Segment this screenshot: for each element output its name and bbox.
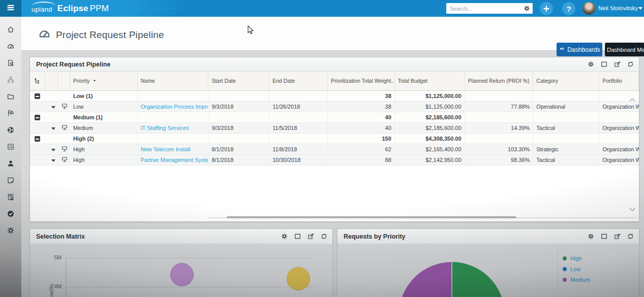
row-cell: Operational [533, 102, 599, 112]
row-cell: $2,185,600.00 [395, 112, 465, 122]
avatar[interactable] [582, 2, 595, 15]
pipeline-row[interactable]: HighNew Telecom Install8/1/201811/8/2018… [30, 144, 639, 155]
row-cell: High [70, 155, 138, 165]
help-button[interactable]: ? [562, 2, 575, 15]
row-cell [138, 112, 209, 122]
sidebar-item-gear[interactable] [7, 226, 15, 235]
sidebar-item-flags[interactable] [7, 109, 15, 117]
user-menu[interactable]: Neil Stolovitsky [598, 5, 638, 11]
matrix-bubble-0[interactable] [170, 263, 194, 286]
selection-matrix-panel: Selection Matrix 5M 4M Benefits [29, 228, 333, 297]
sidebar-item-dashboard-gauge[interactable] [7, 42, 15, 50]
panel-toolbar [281, 229, 327, 244]
sidebar-item-sitemap[interactable] [7, 76, 15, 84]
request-link[interactable]: Organization Process Improvem... [141, 104, 209, 110]
column-header-name[interactable]: Name [138, 72, 209, 90]
request-link[interactable]: IT Staffing Services [141, 125, 189, 131]
sidebar-item-reports[interactable] [7, 193, 15, 201]
pipeline-group-row[interactable]: Medium (1)40$2,185,600.00 [30, 112, 639, 123]
row-cell [465, 91, 534, 101]
edit-icon[interactable] [614, 233, 621, 240]
hierarchy-toggle[interactable] [30, 72, 45, 90]
column-header-priority[interactable]: Priority [70, 72, 138, 90]
row-cell: 150 [328, 134, 395, 144]
row-expand-caret[interactable] [51, 127, 55, 130]
edit-icon[interactable] [614, 61, 621, 68]
row-expand-caret[interactable] [51, 149, 55, 151]
row-cell: Medium (1) [70, 112, 138, 122]
refresh-icon[interactable] [321, 233, 327, 240]
matrix-bubble-1[interactable] [287, 267, 310, 290]
column-header-start-date[interactable]: Start Date [208, 72, 269, 90]
settings-icon[interactable] [588, 233, 594, 240]
legend-item-low[interactable]: Low [563, 263, 590, 274]
row-cell [30, 123, 45, 133]
row-cell: Medium [70, 123, 138, 133]
row-cell [30, 134, 45, 144]
legend-dot-icon [563, 256, 567, 260]
page-header: Project Request Pipeline Dashboards Dash… [21, 17, 644, 51]
sidebar-item-home[interactable] [7, 25, 15, 34]
row-cell [269, 112, 328, 122]
column-header-category[interactable]: Category [533, 72, 599, 90]
dashboard-menu-button[interactable]: Dashboard Menu [605, 43, 644, 56]
dashboards-button[interactable]: Dashboards [557, 43, 602, 56]
title-gauge-icon [38, 27, 56, 42]
sidebar-item-project-request[interactable] [7, 59, 15, 67]
collapse-group-button[interactable] [35, 136, 40, 142]
request-link[interactable]: New Telecom Install [141, 146, 191, 152]
legend-item-medium[interactable]: Medium [563, 274, 590, 285]
column-header-planned-return-proi[interactable]: Planned Return (PROI %) [465, 72, 534, 90]
column-header-prioritization-total-weight[interactable]: Prioritization Total Weight... [328, 72, 395, 90]
pipeline-row[interactable]: HighPartner Management System8/1/201810/… [30, 155, 639, 166]
pipeline-row[interactable]: LowOrganization Process Improvem...9/3/2… [30, 102, 639, 112]
search-input[interactable] [450, 6, 524, 12]
mouse-cursor [248, 25, 254, 37]
column-header-total-budget[interactable]: Total Budget [395, 72, 465, 90]
maximize-icon[interactable] [294, 233, 301, 240]
request-link[interactable]: Partner Management System [141, 157, 209, 163]
pipeline-panel: Project Request Pipeline PriorityNameSta… [29, 57, 639, 222]
row-cell [30, 144, 45, 154]
sidebar-item-check-circle[interactable] [7, 210, 15, 218]
search-settings-icon[interactable] [524, 5, 530, 12]
legend-label: Low [570, 266, 580, 272]
edit-icon[interactable] [308, 233, 314, 240]
sidebar-item-user[interactable] [7, 159, 15, 168]
scrollbar-thumb[interactable] [227, 216, 516, 218]
refresh-icon[interactable] [627, 61, 634, 68]
pipeline-group-row[interactable]: Low (1)38$1,125,000.00 [30, 91, 639, 102]
scroll-up-button[interactable] [629, 97, 636, 102]
column-header-portfolio[interactable]: Portfolio [599, 72, 639, 90]
add-button[interactable] [540, 2, 553, 15]
refresh-icon[interactable] [627, 233, 634, 240]
sidebar-item-wheel[interactable] [7, 126, 15, 134]
row-cell [30, 112, 45, 122]
maximize-icon[interactable] [601, 233, 607, 240]
pipeline-row[interactable]: MediumIT Staffing Services9/3/201811/5/2… [30, 123, 639, 134]
maximize-icon[interactable] [601, 61, 607, 68]
collapse-group-button[interactable] [35, 93, 40, 99]
row-cell: Strategic [533, 144, 599, 154]
settings-icon[interactable] [588, 61, 594, 68]
row-cell [58, 102, 70, 112]
page-title: Project Request Pipeline [56, 29, 164, 41]
row-expand-caret[interactable] [51, 106, 55, 109]
row-expand-caret[interactable] [51, 159, 55, 162]
scroll-down-button[interactable] [629, 207, 636, 212]
settings-icon[interactable] [281, 233, 288, 240]
sidebar-item-note[interactable] [7, 176, 15, 184]
collapse-group-button[interactable] [35, 115, 40, 120]
sidebar-item-folder[interactable] [7, 92, 15, 101]
row-cell: 11/26/2018 [269, 102, 328, 112]
row-cell: $1,125,000.00 [395, 102, 465, 112]
menu-button[interactable] [0, 0, 21, 17]
sidebar-item-form[interactable] [7, 143, 15, 151]
row-cell [30, 155, 45, 165]
logo-upland: upland [32, 6, 52, 13]
legend-item-high[interactable]: High [563, 253, 590, 263]
chevron-down-icon[interactable] [638, 7, 642, 10]
horizontal-scrollbar[interactable] [209, 216, 637, 219]
column-header-end-date[interactable]: End Date [269, 72, 328, 90]
pipeline-group-row[interactable]: High (2)150$4,308,350.00 [30, 134, 639, 144]
